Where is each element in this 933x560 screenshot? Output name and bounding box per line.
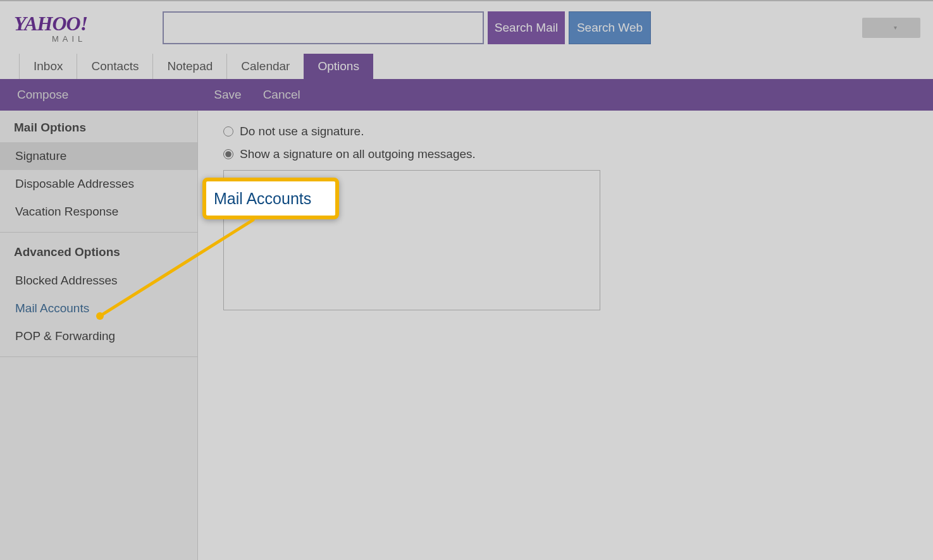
radio-show-signature[interactable]: Show a signature on all outgoing message… (223, 147, 933, 161)
search-input[interactable] (163, 11, 484, 44)
sidebar-separator (0, 232, 197, 233)
account-menu[interactable]: ▾ (862, 18, 920, 38)
main-tabs: Inbox Contacts Notepad Calendar Options (0, 54, 933, 79)
radio-show-signature-label: Show a signature on all outgoing message… (240, 147, 476, 161)
search-mail-button[interactable]: Search Mail (488, 11, 565, 44)
sidebar-header-advanced-options: Advanced Options (0, 235, 197, 267)
radio-no-signature-input[interactable] (223, 126, 233, 137)
chevron-down-icon: ▾ (894, 24, 897, 31)
tab-notepad[interactable]: Notepad (152, 54, 226, 79)
sidebar-item-blocked-addresses[interactable]: Blocked Addresses (0, 267, 197, 295)
sidebar: Mail Options Signature Disposable Addres… (0, 111, 198, 560)
compose-button[interactable]: Compose (17, 88, 68, 102)
logo-subtext: MAIL (52, 34, 140, 44)
yahoo-mail-logo: YAHOO! MAIL (14, 12, 140, 44)
search-web-button[interactable]: Search Web (569, 11, 651, 44)
logo-exclaim: ! (80, 12, 87, 35)
radio-no-signature[interactable]: Do not use a signature. (223, 125, 933, 138)
action-bar: Compose Save Cancel (0, 79, 933, 111)
save-button[interactable]: Save (214, 88, 241, 102)
body-area: Mail Options Signature Disposable Addres… (0, 111, 933, 560)
search-area: Search Mail Search Web (163, 11, 651, 44)
radio-show-signature-input[interactable] (223, 149, 233, 159)
sidebar-item-mail-accounts[interactable]: Mail Accounts (0, 295, 197, 322)
tab-inbox[interactable]: Inbox (19, 54, 77, 79)
radio-no-signature-label: Do not use a signature. (240, 125, 364, 138)
sidebar-header-mail-options: Mail Options (0, 111, 197, 142)
callout-mail-accounts: Mail Accounts (202, 178, 339, 219)
sidebar-item-disposable-addresses[interactable]: Disposable Addresses (0, 170, 197, 198)
sidebar-item-vacation-response[interactable]: Vacation Response (0, 198, 197, 226)
tab-calendar[interactable]: Calendar (226, 54, 304, 79)
tab-contacts[interactable]: Contacts (77, 54, 152, 79)
cancel-button[interactable]: Cancel (263, 88, 300, 102)
callout-label: Mail Accounts (214, 190, 311, 208)
header-right: ▾ (862, 18, 920, 38)
sidebar-separator-2 (0, 356, 197, 357)
tab-options[interactable]: Options (304, 54, 373, 79)
sidebar-item-signature[interactable]: Signature (0, 142, 197, 170)
header: YAHOO! MAIL Search Mail Search Web ▾ (0, 1, 933, 54)
sidebar-item-pop-forwarding[interactable]: POP & Forwarding (0, 322, 197, 350)
logo-text: YAHOO (14, 12, 80, 35)
